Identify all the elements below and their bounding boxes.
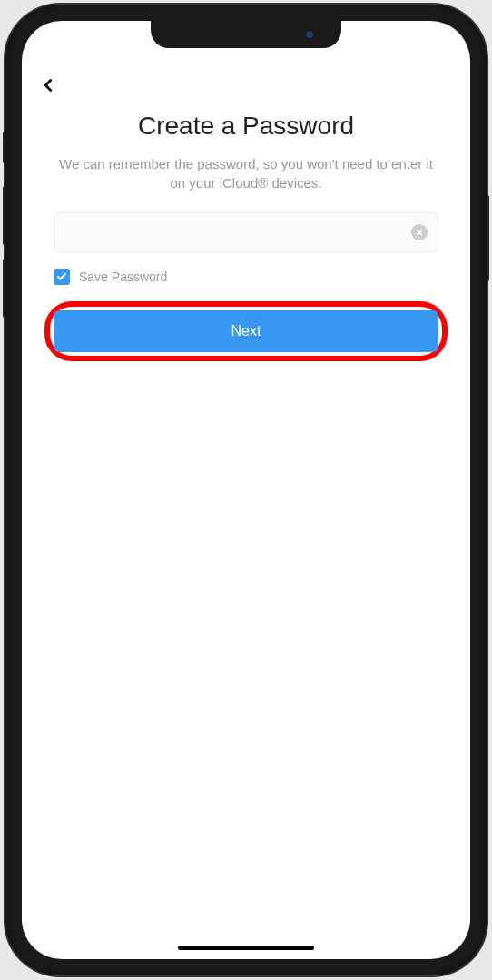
home-indicator[interactable] — [178, 946, 314, 950]
silent-switch — [3, 132, 5, 163]
annotation-highlight: Next — [44, 301, 448, 361]
volume-up-button — [3, 186, 5, 245]
phone-device-frame: Create a Password We can remember the pa… — [5, 5, 487, 975]
clear-input-icon[interactable] — [411, 224, 428, 240]
app-content: Create a Password We can remember the pa… — [22, 21, 470, 959]
page-title: Create a Password — [22, 112, 470, 141]
chevron-left-icon — [38, 75, 58, 95]
password-input[interactable] — [54, 212, 438, 252]
device-notch — [151, 21, 341, 48]
save-password-checkbox[interactable] — [54, 269, 70, 285]
back-button[interactable] — [38, 75, 58, 99]
next-button[interactable]: Next — [54, 310, 438, 352]
power-button — [487, 195, 489, 281]
password-input-wrapper — [54, 212, 438, 252]
checkmark-icon — [56, 271, 67, 282]
save-password-row: Save Password — [54, 269, 438, 285]
front-camera — [305, 30, 314, 39]
phone-screen: Create a Password We can remember the pa… — [22, 21, 470, 959]
volume-down-button — [3, 259, 5, 318]
page-subtitle: We can remember the password, so you won… — [54, 154, 438, 192]
save-password-label: Save Password — [79, 270, 167, 284]
